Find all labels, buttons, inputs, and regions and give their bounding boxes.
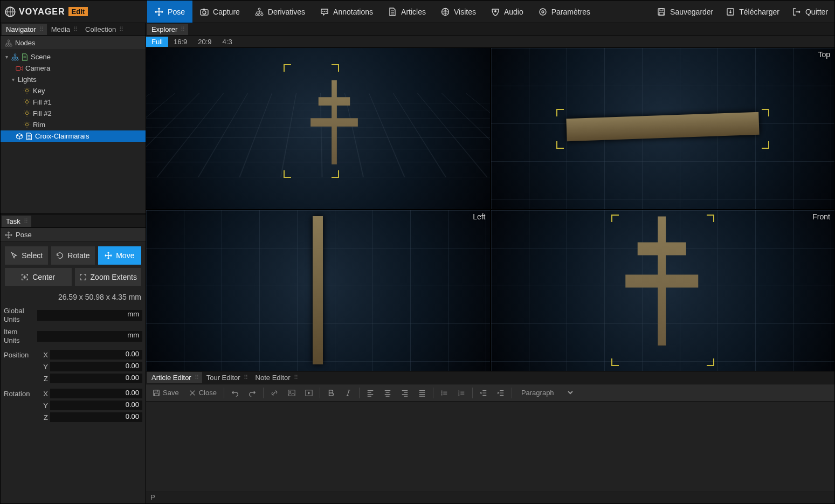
editor-video[interactable]: [301, 387, 317, 399]
viewport-label: Top: [818, 50, 830, 59]
editor-align-right[interactable]: [397, 387, 413, 399]
grip-icon: ⠿: [195, 374, 198, 381]
viewport-top[interactable]: Top: [491, 48, 835, 209]
app-name: VOYAGER: [19, 7, 65, 17]
grip-icon: ⠿: [24, 218, 27, 225]
tab-article-editor[interactable]: Article Editor⠿: [147, 372, 202, 383]
save-icon: [657, 8, 666, 16]
close-icon: [189, 389, 196, 397]
menu-pose[interactable]: Pose: [147, 1, 192, 23]
global-units-row: Global Units mm: [1, 306, 146, 325]
tab-tour-editor[interactable]: Tour Editor⠿: [202, 372, 251, 383]
menu-annotations[interactable]: Annotations: [313, 1, 381, 23]
edit-mode-badge: Edit: [68, 7, 88, 16]
editor-image[interactable]: [284, 387, 300, 399]
editor-list-ol[interactable]: [453, 387, 470, 399]
editor-save[interactable]: Save: [148, 386, 183, 399]
rotation-y-field[interactable]: 0.00: [50, 401, 142, 410]
aspect-20-9[interactable]: 20:9: [192, 37, 217, 47]
aspect-16-9[interactable]: 16:9: [168, 37, 192, 47]
position-z-field[interactable]: 0.00: [50, 374, 142, 383]
gear-icon: [539, 8, 547, 16]
menu-download[interactable]: Télécharger: [720, 1, 786, 23]
tree-node-lights[interactable]: ▾Lights: [1, 74, 146, 85]
tree-node-model[interactable]: Croix-Clairmarais: [1, 130, 146, 142]
tab-explorer[interactable]: Explorer⠿: [147, 24, 188, 35]
global-units-select[interactable]: mm: [37, 310, 142, 321]
editor-link[interactable]: [266, 387, 282, 399]
tab-media[interactable]: Media⠿: [47, 24, 81, 35]
grip-icon: ⠿: [244, 374, 247, 381]
tool-center[interactable]: Center: [5, 268, 72, 286]
menu-articles[interactable]: Articles: [381, 1, 433, 23]
tool-select[interactable]: Select: [5, 246, 48, 265]
rotation-x-field[interactable]: 0.00: [50, 389, 142, 398]
tree-node-light-fill1[interactable]: Fill #1: [1, 96, 146, 108]
tab-note-editor[interactable]: Note Editor⠿: [251, 372, 301, 383]
tab-collection[interactable]: Collection⠿: [81, 24, 127, 35]
tool-move[interactable]: Move: [98, 246, 141, 265]
editor-align-center[interactable]: [379, 387, 396, 399]
editor-paragraph-select[interactable]: Paragraph: [515, 386, 575, 399]
bottom-tabstrip: Article Editor⠿ Tour Editor⠿ Note Editor…: [146, 371, 834, 384]
menu-parametres[interactable]: Paramètres: [531, 1, 598, 23]
editor-indent[interactable]: [493, 387, 509, 399]
editor-list-ul[interactable]: [436, 387, 452, 399]
left-panel-tabs: Navigator⠿ Media⠿ Collection⠿: [1, 23, 146, 36]
main-menu: Pose Capture Derivatives Annotations Art…: [147, 1, 598, 23]
light-icon: [23, 99, 31, 106]
tree-node-scene[interactable]: ▾Scene: [1, 51, 146, 63]
viewport-grid: Top Left Front: [146, 48, 834, 371]
image-icon: [288, 389, 295, 397]
editor-align-left[interactable]: [362, 387, 378, 399]
editor-close[interactable]: Close: [184, 386, 221, 399]
menu-save[interactable]: Sauvegarder: [651, 1, 720, 23]
editor-bold[interactable]: [323, 387, 339, 399]
tree-node-light-key[interactable]: Key: [1, 85, 146, 96]
position-y-row: Y0.00: [1, 361, 146, 372]
position-x-field[interactable]: 0.00: [50, 350, 142, 360]
item-units-select[interactable]: mm: [37, 331, 142, 342]
viewport-front[interactable]: Front: [491, 210, 835, 371]
editor-italic[interactable]: [340, 387, 356, 399]
video-camera-icon: [16, 65, 23, 72]
center-icon: [21, 273, 29, 281]
tool-rotate[interactable]: Rotate: [51, 246, 94, 265]
viewport-perspective[interactable]: [146, 48, 490, 209]
hierarchy-icon: [255, 8, 264, 16]
menu-visites[interactable]: Visites: [433, 1, 484, 23]
task-tabstrip: Task⠿: [1, 215, 146, 228]
align-left-icon: [367, 389, 374, 397]
tree-node-light-fill2[interactable]: Fill #2: [1, 108, 146, 119]
menu-exit[interactable]: Quitter: [786, 1, 834, 23]
tree-node-light-rim[interactable]: Rim: [1, 119, 146, 130]
tab-navigator[interactable]: Navigator⠿: [2, 24, 47, 35]
menu-derivatives[interactable]: Derivatives: [247, 1, 313, 23]
move-icon: [155, 8, 163, 16]
rotation-z-field[interactable]: 0.00: [50, 412, 142, 422]
position-y-field[interactable]: 0.00: [50, 362, 142, 371]
app-logo: VOYAGER Edit: [1, 1, 93, 23]
tool-zoom-extents[interactable]: Zoom Extents: [75, 268, 142, 286]
aspect-full[interactable]: Full: [146, 37, 168, 47]
download-icon: [726, 8, 735, 16]
item-units-row: Item Units mm: [1, 327, 146, 346]
tree-node-camera[interactable]: Camera: [1, 63, 146, 74]
editor-undo[interactable]: [227, 387, 243, 399]
editor-content-area[interactable]: [146, 402, 834, 492]
tab-task[interactable]: Task⠿: [2, 216, 31, 227]
viewport-label: Front: [812, 212, 830, 221]
document-icon: [21, 53, 29, 61]
hierarchy-icon: [5, 39, 12, 47]
grip-icon: ⠿: [294, 374, 297, 381]
editor-redo[interactable]: [244, 387, 260, 399]
menu-capture[interactable]: Capture: [192, 1, 247, 23]
viewport-left[interactable]: Left: [146, 210, 490, 371]
grip-icon: ⠿: [119, 26, 122, 33]
menu-audio[interactable]: Audio: [484, 1, 531, 23]
aspect-4-3[interactable]: 4:3: [217, 37, 238, 47]
light-icon: [23, 87, 31, 95]
editor-outdent[interactable]: [475, 387, 492, 399]
bottom-editor-panel: Article Editor⠿ Tour Editor⠿ Note Editor…: [146, 371, 834, 503]
editor-align-justify[interactable]: [414, 387, 430, 399]
